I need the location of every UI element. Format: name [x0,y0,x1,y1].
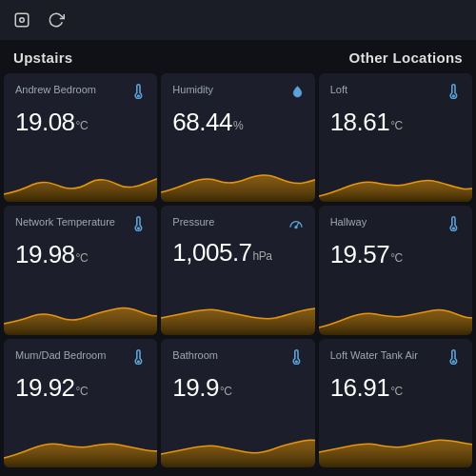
card-unit: hPa [253,249,272,263]
other-locations-label: Other Locations [348,50,463,66]
card-chart [161,166,314,202]
sensor-card-loft-water-tank[interactable]: Loft Water Tank Air 16.91°C [319,339,472,467]
card-unit: °C [76,119,88,132]
card-chart [4,166,157,202]
card-unit: % [233,119,243,132]
card-header: Andrew Bedroom [15,83,146,102]
card-title: Pressure [172,215,214,228]
card-title: Bathroom [172,348,218,362]
card-unit: °C [390,119,402,132]
card-title: Hallway [330,215,367,228]
card-title: Humidity [172,83,213,96]
svg-point-10 [452,360,455,363]
card-title: Andrew Bedroom [15,83,96,96]
card-chart [4,299,157,335]
svg-point-9 [294,360,297,363]
card-unit: °C [390,385,402,398]
speaker-icon[interactable] [11,10,32,30]
card-unit: °C [76,385,88,398]
card-header: Mum/Dad Bedroom [15,348,146,367]
card-value: 18.61°C [330,108,461,137]
card-icon-thermometer [134,216,146,234]
card-value: 68.44% [172,108,303,137]
svg-rect-0 [15,13,29,27]
sensor-card-pressure[interactable]: Pressure 1,005.7hPa [161,206,314,334]
svg-point-7 [452,228,455,230]
svg-point-4 [137,228,140,230]
card-header: Humidity [172,83,303,102]
card-icon-thermometer [449,216,461,234]
refresh-icon[interactable] [46,10,67,30]
card-icon-droplet [291,84,304,102]
card-chart [161,431,314,467]
card-chart [319,431,472,467]
card-header: Loft [330,83,461,102]
sensor-card-mum-dad-bedroom[interactable]: Mum/Dad Bedroom 19.92°C [4,339,157,467]
card-chart [161,299,314,335]
card-chart [319,299,472,335]
svg-point-8 [137,360,140,363]
sensor-card-andrew-bedroom[interactable]: Andrew Bedroom 19.08°C [4,73,157,202]
sensor-card-loft[interactable]: Loft 18.61°C [319,73,472,202]
header [0,0,476,40]
card-icon-thermometer [292,349,304,367]
card-value: 19.08°C [15,108,146,137]
card-unit: °C [390,251,402,265]
card-header: Loft Water Tank Air [330,348,461,367]
card-value: 19.57°C [330,240,461,269]
svg-point-6 [295,227,297,228]
sensor-card-bathroom[interactable]: Bathroom 19.9°C [161,339,314,467]
card-value: 19.98°C [15,240,146,269]
card-chart [4,431,157,467]
card-icon-thermometer [449,349,461,367]
card-title: Network Temperature [15,215,115,228]
card-icon-thermometer [449,84,461,102]
card-title: Mum/Dad Bedroom [15,348,106,362]
card-header: Pressure [172,215,303,232]
card-header: Hallway [330,215,461,234]
card-icon-gauge [288,216,304,232]
card-title: Loft Water Tank Air [330,348,418,362]
upstairs-label: Upstairs [13,50,72,66]
sensor-card-humidity[interactable]: Humidity 68.44% [161,73,314,202]
card-value: 19.9°C [172,373,303,403]
section-labels: Upstairs Other Locations [0,40,476,69]
svg-point-1 [20,18,25,23]
card-icon-thermometer [134,84,146,102]
card-header: Bathroom [172,348,303,367]
card-unit: °C [76,251,88,265]
card-unit: °C [220,385,231,398]
svg-point-3 [452,94,455,97]
card-chart [319,166,472,202]
svg-point-2 [137,94,140,97]
card-value: 16.91°C [330,373,461,403]
sensor-card-hallway[interactable]: Hallway 19.57°C [319,206,472,334]
card-icon-thermometer [134,349,146,367]
card-title: Loft [330,83,347,96]
cards-grid: Andrew Bedroom 19.08°C Humidity [0,69,476,471]
card-value: 19.92°C [15,373,146,403]
card-value: 1,005.7hPa [172,238,303,268]
card-header: Network Temperature [15,215,146,234]
sensor-card-network-temperature[interactable]: Network Temperature 19.98°C [4,206,157,334]
